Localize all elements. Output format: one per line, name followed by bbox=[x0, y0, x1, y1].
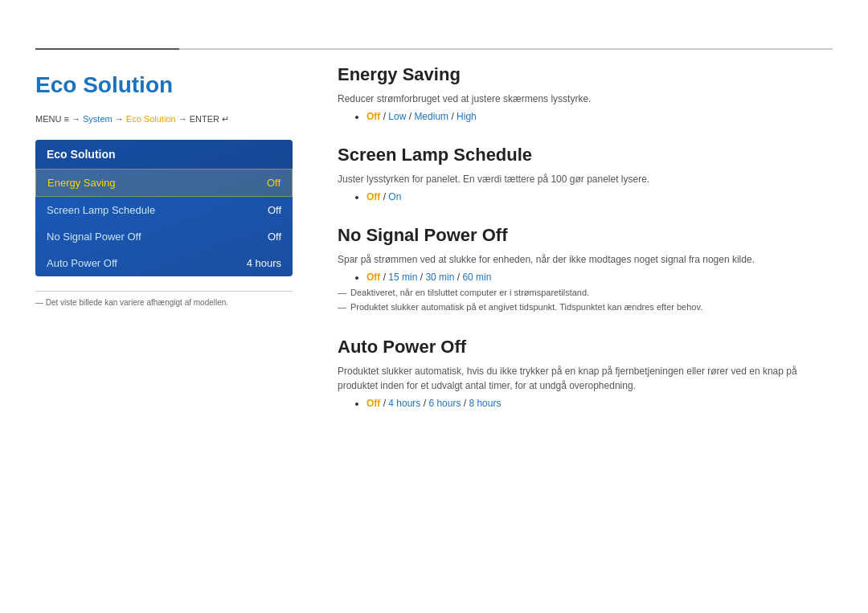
auto-power-label: Auto Power Off bbox=[47, 257, 117, 269]
energy-saving-value: Off bbox=[267, 177, 280, 189]
es-opt-low: Low bbox=[388, 111, 406, 122]
left-panel: Eco Solution MENU ≡ → System → Eco Solut… bbox=[35, 64, 293, 307]
no-signal-section-title: No Signal Power Off bbox=[338, 225, 833, 246]
ns-opt-15: 15 min bbox=[388, 272, 417, 283]
section-energy-saving: Energy Saving Reducer strømforbruget ved… bbox=[338, 64, 833, 122]
no-signal-value: Off bbox=[268, 231, 281, 243]
auto-power-value: 4 hours bbox=[247, 257, 281, 269]
ap-opt-6h: 6 hours bbox=[428, 398, 461, 409]
es-sep1: / bbox=[380, 111, 388, 122]
menu-eco: Eco Solution bbox=[126, 114, 176, 124]
sl-opt-on: On bbox=[388, 191, 401, 202]
ns-opt-off: Off bbox=[366, 272, 380, 283]
no-signal-desc: Spar på strømmen ved at slukke for enhed… bbox=[338, 252, 833, 267]
ns-sep3: / bbox=[454, 272, 462, 283]
no-signal-options: Off / 15 min / 30 min / 60 min bbox=[366, 272, 833, 283]
ap-opt-8h: 8 hours bbox=[469, 398, 501, 409]
auto-power-options: Off / 4 hours / 6 hours / 8 hours bbox=[366, 398, 833, 409]
ns-opt-60: 60 min bbox=[462, 272, 491, 283]
energy-saving-label: Energy Saving bbox=[47, 177, 116, 189]
screen-lamp-value: Off bbox=[268, 204, 281, 216]
footnote-2: Produktet slukker automatisk på et angiv… bbox=[338, 300, 833, 315]
footnote-1: Deaktiveret, når en tilsluttet computer … bbox=[338, 286, 833, 300]
ap-sep3: / bbox=[461, 398, 469, 409]
auto-power-desc: Produktet slukker automatisk, hvis du ik… bbox=[338, 364, 833, 393]
menu-arrow1: → bbox=[69, 114, 83, 124]
es-sep2: / bbox=[406, 111, 414, 122]
eco-box-title: Eco Solution bbox=[35, 140, 293, 169]
ap-sep2: / bbox=[420, 398, 428, 409]
page-title: Eco Solution bbox=[35, 72, 293, 98]
menu-system: System bbox=[83, 114, 113, 124]
es-opt-medium: Medium bbox=[414, 111, 448, 122]
no-signal-footnotes: Deaktiveret, når en tilsluttet computer … bbox=[338, 286, 833, 314]
eco-menu-screen-lamp[interactable]: Screen Lamp Schedule Off bbox=[35, 197, 293, 223]
right-panel: Energy Saving Reducer strømforbruget ved… bbox=[338, 64, 833, 431]
section-no-signal: No Signal Power Off Spar på strømmen ved… bbox=[338, 225, 833, 314]
eco-menu-energy-saving[interactable]: Energy Saving Off bbox=[35, 169, 293, 197]
auto-power-section-title: Auto Power Off bbox=[338, 337, 833, 358]
ns-sep1: / bbox=[380, 272, 388, 283]
sl-opt-off: Off bbox=[366, 191, 380, 202]
ns-sep2: / bbox=[417, 272, 425, 283]
es-opt-off: Off bbox=[366, 111, 380, 122]
ap-opt-4h: 4 hours bbox=[388, 398, 420, 409]
es-sep3: / bbox=[448, 111, 457, 122]
menu-arrow3: → ENTER ↵ bbox=[176, 114, 229, 124]
screen-lamp-desc: Juster lysstyrken for panelet. En værdi … bbox=[338, 172, 833, 186]
ap-sep1: / bbox=[380, 398, 388, 409]
energy-saving-options: Off / Low / Medium / High bbox=[366, 111, 833, 122]
bottom-note: — Det viste billede kan variere afhængig… bbox=[35, 291, 293, 307]
screen-lamp-section-title: Screen Lamp Schedule bbox=[338, 145, 833, 166]
ap-opt-off: Off bbox=[366, 398, 380, 409]
menu-prefix: MENU bbox=[35, 114, 63, 124]
eco-menu-auto-power[interactable]: Auto Power Off 4 hours bbox=[35, 250, 293, 276]
energy-saving-section-title: Energy Saving bbox=[338, 64, 833, 85]
no-signal-label: No Signal Power Off bbox=[47, 231, 141, 243]
sl-sep1: / bbox=[380, 191, 388, 202]
eco-menu-no-signal[interactable]: No Signal Power Off Off bbox=[35, 223, 293, 250]
menu-path: MENU ≡ → System → Eco Solution → ENTER ↵ bbox=[35, 112, 293, 127]
energy-saving-desc: Reducer strømforbruget ved at justere sk… bbox=[338, 92, 833, 106]
section-auto-power: Auto Power Off Produktet slukker automat… bbox=[338, 337, 833, 409]
ns-opt-30: 30 min bbox=[425, 272, 454, 283]
image-note: — Det viste billede kan variere afhængig… bbox=[35, 298, 293, 307]
section-screen-lamp: Screen Lamp Schedule Juster lysstyrken f… bbox=[338, 145, 833, 202]
screen-lamp-options: Off / On bbox=[366, 191, 833, 202]
eco-solution-box: Eco Solution Energy Saving Off Screen La… bbox=[35, 140, 293, 276]
es-opt-high: High bbox=[457, 111, 477, 122]
top-rule bbox=[35, 48, 833, 50]
menu-arrow2: → bbox=[113, 114, 126, 124]
screen-lamp-label: Screen Lamp Schedule bbox=[47, 204, 155, 216]
